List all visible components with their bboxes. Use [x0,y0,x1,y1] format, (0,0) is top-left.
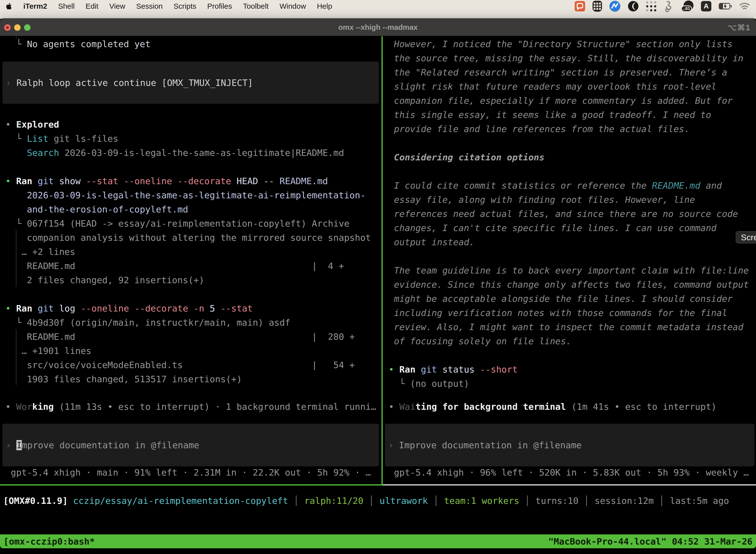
apple-icon[interactable] [6,2,12,10]
text-segment: Ran [16,176,38,186]
terminal-line: review. Also, I might want to inspect th… [383,320,749,334]
text-segment: › [6,440,16,450]
terminal-line: Search 2026-03-09-is-legal-the-same-as-l… [0,146,344,160]
ralph-loop-input-box[interactable]: › Ralph loop active continue [OMX_TMUX_I… [2,62,379,104]
text-segment: status [442,365,480,375]
menu-item-view[interactable]: View [109,2,125,10]
text-segment: mprove documentation in @filename [22,440,199,450]
text-segment: Considering citation options [383,152,545,162]
text-segment: 2 files changed, 92 insertions(+) [0,275,204,285]
text-segment: essay file, along with finding root file… [383,195,695,205]
menu-item-help[interactable]: Help [317,2,332,10]
minimize-button[interactable] [14,24,20,31]
text-segment: this single essay, it seems like a good … [383,110,711,120]
text-segment: I could cite commit statistics or refere… [383,180,652,190]
text-segment: 2026-03-09-is-legal-the-same-as-legitima… [59,148,344,158]
screen-overlay-pill[interactable]: Scre [736,231,756,243]
dots-grid-icon[interactable] [646,1,656,11]
thinking-paragraph-3: The team guideline is to back every impo… [383,263,749,348]
text-segment: └ 067f154 (HEAD -> essay/ai-reimplementa… [0,218,350,229]
text-segment: Ran [16,303,38,314]
text-segment: git ls-files [48,133,118,144]
text-segment: --oneline --decorate [81,303,193,314]
menu-item-scripts[interactable]: Scripts [174,2,196,10]
menu-items: iTerm2ShellEditViewSessionScriptsProfile… [23,2,332,10]
text-segment: including verification notes with those … [383,308,727,318]
text-segment: › [388,440,399,450]
terminal-line: and-the-erosion-of-copyleft.md [0,202,371,216]
terminal-line: src/voice/voiceModeEnabled.ts | 54 + [0,358,355,372]
terminal-line: 1903 files changed, 513517 insertions(+) [0,372,355,386]
terminal-line: this single essay, it seems like a good … [383,108,743,122]
terminal-line: essay file, along with finding root file… [383,192,738,207]
close-button[interactable] [4,24,11,31]
text-segment: and-the-erosion-of-copyleft.md [0,204,188,214]
percent-badge-icon[interactable]: ..61 [681,0,693,12]
squiggle-icon[interactable] [664,0,674,12]
terminal-line: [OMX#0.11.9] cczip/essay/ai-reimplementa… [3,494,729,508]
wifi-icon[interactable] [739,2,750,10]
crescent-icon[interactable] [628,1,639,12]
text-segment: • [0,176,16,186]
text-segment: │ [288,496,304,506]
prompt-input-left[interactable]: › Improve documentation in @filename [2,424,379,466]
text-segment: references need actual files, and since … [383,209,738,219]
menu-item-profiles[interactable]: Profiles [207,2,232,10]
iterm2-window: omx --xhigh --madmax ⌥⌘1 └ No agents com… [0,18,756,549]
window-title-bar[interactable]: omx --xhigh --madmax ⌥⌘1 [0,18,756,36]
text-segment: src/voice/voiceModeEnabled.ts | 54 + [0,360,355,370]
text-segment: List [27,133,48,144]
terminal-line: • Working (11m 13s • esc to interrupt) ·… [0,400,376,414]
terminal-line: output instead. [383,235,738,249]
terminal-line: └ 067f154 (HEAD -> essay/ai-reimplementa… [0,216,371,231]
pane-border-bottom-inactive[interactable] [383,484,756,486]
text-segment: log [59,303,81,314]
terminal-content[interactable]: └ No agents completed yet › Ralph loop a… [0,36,756,549]
pane-border-bottom-active[interactable] [0,484,381,486]
text-segment: gpt-5.4 xhigh · 96% left · 520K in · 5.8… [383,467,749,478]
indent-guide [16,230,16,287]
terminal-line: • Ran git status --short [383,363,518,377]
left-terminal-pane[interactable]: └ No agents completed yet › Ralph loop a… [0,36,381,484]
menu-item-window[interactable]: Window [279,2,306,10]
text-segment: of focusing solely on file lines. [383,336,571,346]
pane-divider-vertical[interactable] [381,36,383,486]
text-segment: might be acceptable alongside the file l… [383,294,733,304]
thinking-heading: Considering citation options [383,150,545,164]
menu-item-toolbelt[interactable]: Toolbelt [243,2,269,10]
text-segment: README.md | 4 + [0,261,344,271]
thinking-paragraph-2: I could cite commit statistics or refere… [383,178,738,249]
text-segment: --stat [220,303,253,314]
text-segment: --stat --oneline --decorate [86,176,237,186]
text-segment: └ (no output) [383,379,469,389]
menu-item-edit[interactable]: Edit [85,2,99,10]
blue-app-icon[interactable] [610,1,620,12]
keypad-shield-icon[interactable] [592,1,602,12]
text-segment: git [38,176,59,186]
menu-item-iterm2[interactable]: iTerm2 [23,2,47,10]
terminal-line: 2026-03-09-is-legal-the-same-as-legitima… [0,188,371,202]
prompt-input-right[interactable]: › Improve documentation in @filename [385,424,754,466]
text-segment: king [32,402,54,412]
text-segment: • [0,119,16,129]
messages-icon[interactable] [575,1,585,11]
input-source-icon[interactable]: A [701,1,711,11]
traffic-lights [4,19,30,36]
text-segment: companion analysis without altering the … [0,233,371,243]
text-segment: • [383,365,399,375]
menu-item-shell[interactable]: Shell [58,2,75,10]
text-segment: team:1 workers [444,496,519,506]
text-segment: -- [263,176,279,186]
text-segment: 2026-03-09-is-legal-the-same-as-legitima… [0,190,366,200]
indent-guide [16,329,16,385]
menu-item-session[interactable]: Session [136,2,163,10]
terminal-line: … +2 lines [0,245,371,259]
terminal-line: the source tree, missing the essay. Stil… [383,51,743,65]
battery-charging-icon[interactable] [719,3,732,9]
terminal-line: changes, I can't cite specific file line… [383,221,738,235]
zoom-button[interactable] [24,24,30,31]
right-terminal-pane[interactable]: However, I noticed the "Directory Struct… [383,36,756,484]
text-segment: No agents completed yet [27,39,150,49]
tmux-status-bar[interactable]: [omx-cczip0:bash* "MacBook-Pro-44.local"… [0,535,756,548]
text-segment: 5 [209,303,220,314]
